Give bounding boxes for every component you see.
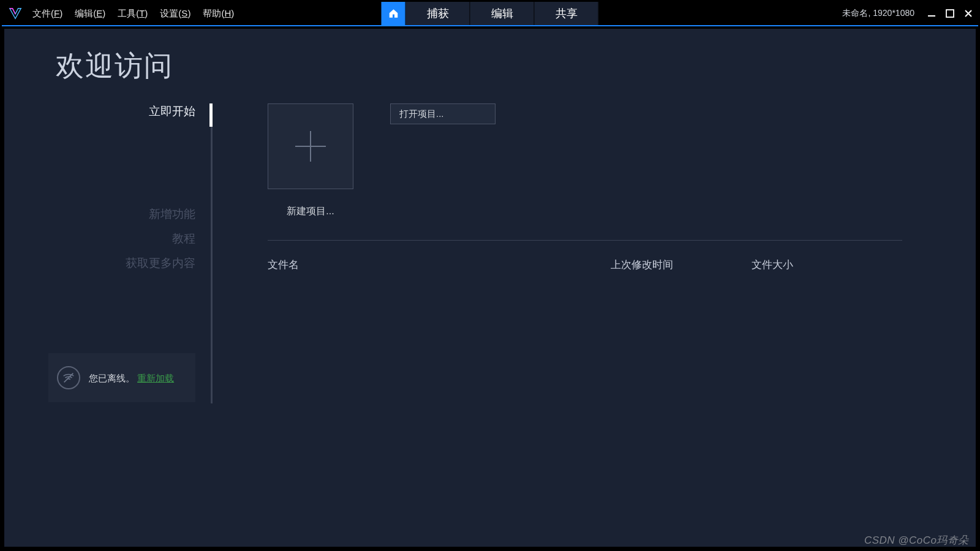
menu-settings[interactable]: 设置(S) <box>160 8 190 20</box>
col-modified: 上次修改时间 <box>611 258 752 272</box>
sidebar-item-tutorials[interactable]: 教程 <box>172 231 195 247</box>
titlebar: 文件(F) 编辑(E) 工具(T) 设置(S) 帮助(H) 捕获 编辑 共享 未… <box>2 2 978 26</box>
sidebar-item-whatsnew[interactable]: 新增功能 <box>149 206 195 222</box>
open-project-button[interactable]: 打开项目... <box>390 103 496 124</box>
menu-edit[interactable]: 编辑(E) <box>75 8 105 20</box>
tab-share[interactable]: 共享 <box>535 2 599 25</box>
new-project-label: 新建项目... <box>287 205 334 218</box>
home-icon <box>388 8 399 19</box>
tab-home[interactable] <box>382 2 406 25</box>
divider <box>268 240 902 241</box>
offline-text: 您已离线。 重新加载 <box>89 372 174 384</box>
reload-link[interactable]: 重新加载 <box>137 373 174 383</box>
welcome-sidebar: 立即开始 新增功能 教程 获取更多内容 您已离线。 重新加载 <box>4 103 213 547</box>
mode-tabs: 捕获 编辑 共享 <box>382 2 599 25</box>
maximize-button[interactable] <box>945 9 955 18</box>
svg-rect-0 <box>928 15 935 17</box>
app-logo-icon <box>7 5 24 22</box>
maximize-icon <box>946 9 954 18</box>
content-row: 立即开始 新增功能 教程 获取更多内容 您已离线。 重新加载 <box>4 103 976 547</box>
menu-file[interactable]: 文件(F) <box>32 8 62 20</box>
watermark: CSDN @CoCo玛奇朵 <box>864 533 969 547</box>
window-controls: 未命名, 1920*1080 <box>842 8 973 19</box>
minimize-button[interactable] <box>927 9 937 18</box>
main-area: 新建项目... 打开项目... 文件名 上次修改时间 文件大小 <box>213 103 976 547</box>
menu-help[interactable]: 帮助(H) <box>203 8 234 20</box>
app-window: 文件(F) 编辑(E) 工具(T) 设置(S) 帮助(H) 捕获 编辑 共享 未… <box>2 2 978 549</box>
close-icon <box>964 9 973 18</box>
plus-icon <box>295 131 326 162</box>
minimize-icon <box>927 9 936 18</box>
action-row: 新建项目... 打开项目... <box>268 103 902 218</box>
workspace: 欢迎访问 立即开始 新增功能 教程 获取更多内容 <box>4 29 976 547</box>
sidebar-item-getmore[interactable]: 获取更多内容 <box>126 255 195 271</box>
new-project-tile <box>268 103 353 189</box>
menubar: 文件(F) 编辑(E) 工具(T) 设置(S) 帮助(H) <box>32 8 234 20</box>
menu-tools[interactable]: 工具(T) <box>118 8 148 20</box>
tab-edit[interactable]: 编辑 <box>470 2 535 25</box>
new-project-button[interactable]: 新建项目... <box>268 103 353 218</box>
col-size: 文件大小 <box>752 258 902 272</box>
sidebar-item-start[interactable]: 立即开始 <box>149 103 195 119</box>
tab-capture[interactable]: 捕获 <box>406 2 470 25</box>
document-status: 未命名, 1920*1080 <box>842 8 914 19</box>
offline-icon <box>57 366 80 389</box>
recent-table-header: 文件名 上次修改时间 文件大小 <box>268 258 902 272</box>
col-filename: 文件名 <box>268 258 611 272</box>
page-title: 欢迎访问 <box>56 47 976 85</box>
svg-rect-1 <box>946 10 954 17</box>
offline-notice: 您已离线。 重新加载 <box>48 353 195 402</box>
sidebar-divider <box>211 103 213 403</box>
close-button[interactable] <box>963 9 973 18</box>
